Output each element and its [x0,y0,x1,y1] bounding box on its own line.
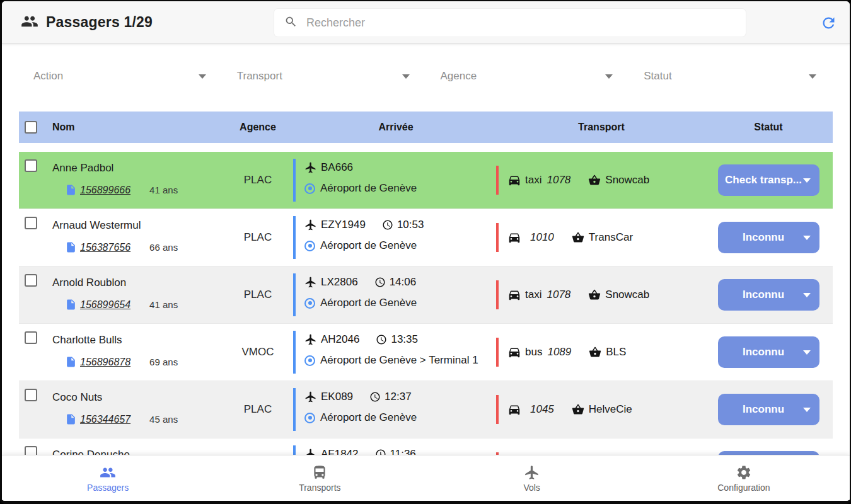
flight-number: LX2806 [321,276,358,289]
filter-label: Statut [644,70,809,83]
car-icon [507,288,521,302]
passenger-row: Coco Nuts 156344657 45 ans PLAC EK089 12… [19,381,833,438]
passenger-id-link[interactable]: 156344657 [80,414,130,425]
passenger-id-link[interactable]: 156387656 [80,242,130,253]
passenger-name: Anne Padbol [52,161,223,175]
gear-icon [736,464,752,481]
clock-icon [382,219,393,231]
arrival-place: Aéroport de Genève [320,297,417,309]
passenger-list: Anne Padbol 156899666 41 ans PLAC BA666 [19,152,833,496]
transport-company: TransCar [589,231,633,244]
search-icon [284,15,298,31]
row-checkbox[interactable] [25,331,37,344]
flight-number: EZY1949 [321,219,366,231]
basket-icon [588,289,601,301]
vehicle-number: 1089 [547,346,571,358]
agency-code: PLAC [223,266,293,323]
document-icon [65,184,77,196]
search-input[interactable] [306,16,746,30]
passenger-age: 41 ans [149,299,178,310]
document-icon [65,241,77,253]
status-dropdown-button[interactable]: Inconnu [718,336,819,368]
app-window: Passagers 1/29 Action Transport Agence S… [0,0,851,504]
nav-item-vols[interactable]: Vols [426,455,638,501]
passenger-id-link[interactable]: 156899666 [80,185,130,196]
vehicle-number: 1078 [547,289,570,301]
status-dropdown-button[interactable]: Inconnu [718,222,819,253]
basket-icon [572,231,584,244]
status-label: Inconnu [724,289,803,301]
chevron-down-icon [605,74,613,79]
agency-code: PLAC [223,209,293,266]
chevron-down-icon [803,178,811,183]
filter-dropdown-agence[interactable]: Agence [426,68,630,84]
passenger-age: 45 ans [149,414,178,425]
filter-row: Action Transport Agence Statut [19,68,833,84]
car-icon [507,345,521,359]
car-icon [507,173,521,187]
location-icon [304,241,315,251]
plane-icon [304,276,317,289]
document-icon [65,413,77,425]
status-label: Check transp... [724,174,803,186]
agency-code: PLAC [223,381,293,438]
passenger-age: 66 ans [149,242,178,253]
page-title: Passagers 1/29 [46,14,153,31]
nav-item-transports[interactable]: Transports [214,455,426,501]
location-icon [304,298,315,309]
car-icon [507,403,521,416]
passenger-name: Arnaud Westermul [52,219,223,232]
vehicle-type: taxi [525,174,541,186]
title-group: Passagers 1/29 [21,13,153,33]
column-header-agence: Agence [223,122,293,133]
arrival-place: Aéroport de Genève [320,182,417,195]
plane-icon [524,464,540,481]
status-dropdown-button[interactable]: Inconnu [718,394,819,425]
arrival-time: 10:53 [397,219,424,231]
passenger-age: 41 ans [149,185,178,195]
row-checkbox[interactable] [25,274,37,287]
passenger-id-link[interactable]: 156896878 [80,357,130,368]
vehicle-type: taxi [525,289,541,301]
bus-icon [311,464,328,481]
filter-label: Transport [237,70,402,83]
passenger-name: Arnold Roublon [52,276,223,290]
transport-company: HelveCie [589,403,632,416]
top-bar: Passagers 1/29 [2,1,850,44]
row-checkbox[interactable] [25,159,37,172]
passenger-id-link[interactable]: 156899654 [80,299,130,311]
transport-company: Snowcab [605,289,649,301]
status-label: Inconnu [724,403,803,416]
row-checkbox[interactable] [25,389,37,401]
select-all-checkbox[interactable] [25,121,37,134]
filter-label: Agence [441,70,606,83]
chevron-down-icon [803,293,811,297]
location-icon [304,355,315,366]
status-label: Inconnu [724,346,803,358]
arrival-place: Aéroport de Genève [320,239,417,252]
filter-dropdown-transport[interactable]: Transport [223,68,426,84]
row-checkbox[interactable] [25,217,37,229]
document-icon [65,299,77,311]
filter-dropdown-statut[interactable]: Statut [629,68,833,84]
status-dropdown-button[interactable]: Inconnu [718,279,819,311]
passenger-row: Arnold Roublon 156899654 41 ans PLAC LX2… [19,266,833,324]
arrival-time: 13:35 [391,333,418,346]
filter-dropdown-action[interactable]: Action [19,68,223,84]
nav-item-configuration[interactable]: Configuration [638,455,850,501]
car-icon [507,231,521,244]
arrival-place: Aéroport de Genève [320,411,417,424]
location-icon [304,183,315,194]
people-icon [100,464,116,481]
status-dropdown-button[interactable]: Check transp... [718,164,819,196]
refresh-icon[interactable] [820,14,837,32]
clock-icon [376,334,387,345]
nav-item-label: Passagers [87,483,129,493]
table-header: Nom Agence Arrivée Transport Statut [19,112,833,143]
plane-icon [304,333,317,346]
flight-number: BA666 [321,161,353,174]
nav-item-passagers[interactable]: Passagers [2,455,214,501]
plane-icon [304,391,317,403]
passenger-row: Anne Padbol 156899666 41 ans PLAC BA666 [19,152,833,209]
basket-icon [572,403,584,416]
